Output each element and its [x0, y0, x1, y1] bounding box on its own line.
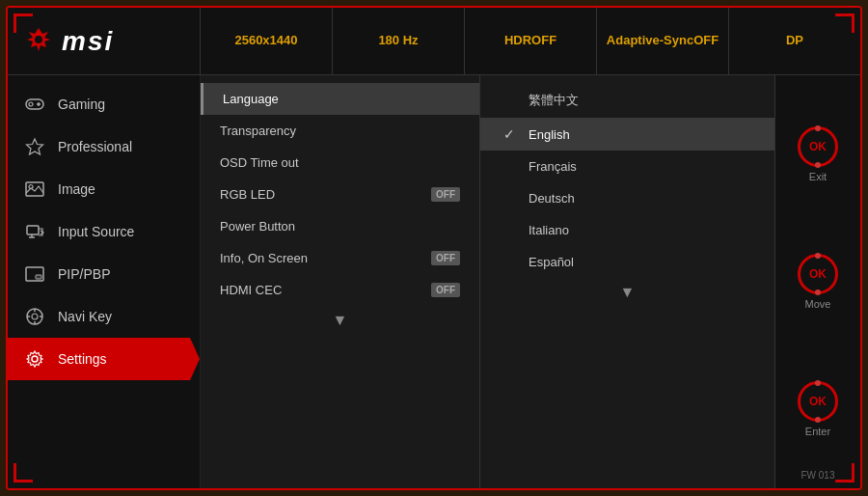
main-content: Gaming Professional Imag: [8, 75, 860, 488]
spanish-label: Español: [529, 255, 574, 269]
english-checkmark: ✓: [503, 126, 519, 142]
menu-item-osd-timeout[interactable]: OSD Time out: [201, 147, 479, 179]
hdr-stat: HDR OFF: [465, 8, 597, 74]
svg-point-20: [32, 356, 38, 362]
msi-logo: msi: [62, 26, 114, 57]
svg-marker-6: [27, 139, 43, 154]
sidebar-input-source-label: Input Source: [58, 224, 134, 239]
center-menu-panel: Language Transparency OSD Time out RGB L…: [201, 75, 480, 488]
sidebar-item-input-source[interactable]: Input Source: [8, 210, 200, 253]
svg-point-15: [32, 314, 38, 319]
navi-icon: [23, 305, 46, 328]
exit-control[interactable]: OK Exit: [798, 126, 838, 182]
corner-accent-tl: [14, 14, 33, 33]
image-icon: [23, 178, 46, 201]
logo-area: msi: [8, 8, 201, 74]
sidebar-gaming-label: Gaming: [58, 96, 105, 112]
lang-item-chinese[interactable]: 繁體中文: [480, 83, 774, 118]
input-icon: [23, 220, 46, 243]
enter-button[interactable]: OK: [798, 381, 838, 422]
lang-item-french[interactable]: Français: [480, 151, 774, 182]
corner-accent-bl: [14, 463, 33, 482]
language-label: Language: [223, 92, 279, 106]
info-on-screen-label: Info, On Screen: [220, 251, 308, 265]
sidebar-item-image[interactable]: Image: [8, 168, 200, 210]
german-label: Deutsch: [529, 191, 575, 206]
enter-label: Enter: [805, 426, 830, 437]
gamepad-icon: [23, 93, 46, 116]
lang-item-english[interactable]: ✓ English: [480, 118, 774, 151]
move-ok-text: OK: [809, 267, 827, 281]
sidebar-navi-key-label: Navi Key: [58, 309, 112, 324]
svg-rect-9: [27, 226, 39, 234]
lang-item-german[interactable]: Deutsch: [480, 182, 774, 214]
sidebar-pip-pbp-label: PIP/PBP: [58, 266, 110, 282]
sidebar-item-pip-pbp[interactable]: PIP/PBP: [8, 253, 200, 295]
language-panel: 繁體中文 ✓ English Français Deutsch Italiano…: [480, 75, 775, 488]
adaptive-sync-label: Adaptive-Sync: [607, 33, 693, 49]
svg-point-1: [35, 36, 42, 43]
sidebar-item-gaming[interactable]: Gaming: [8, 83, 200, 125]
rgb-led-label: RGB LED: [220, 187, 275, 202]
enter-control[interactable]: OK Enter: [798, 381, 838, 437]
corner-accent-br: [835, 463, 854, 482]
svg-rect-13: [36, 275, 41, 279]
star-icon: [23, 135, 46, 158]
power-button-label: Power Button: [220, 219, 295, 234]
move-label: Move: [805, 298, 831, 310]
lang-scroll-down[interactable]: ▼: [480, 278, 774, 307]
center-scroll-down[interactable]: ▼: [201, 306, 479, 335]
lang-item-italian[interactable]: Italiano: [480, 214, 774, 246]
hdmi-cec-label: HDMI CEC: [220, 283, 282, 297]
info-on-screen-toggle[interactable]: OFF: [431, 251, 460, 265]
pip-icon: [23, 262, 46, 286]
french-label: Français: [529, 159, 577, 174]
sidebar-professional-label: Professional: [58, 139, 132, 154]
header-stats: 2560x1440 180 Hz HDR OFF Adaptive-Sync O…: [201, 8, 860, 74]
sidebar-item-navi-key[interactable]: Navi Key: [8, 295, 200, 338]
exit-ok-text: OK: [809, 140, 827, 153]
resolution-stat: 2560x1440: [201, 8, 333, 74]
sidebar: Gaming Professional Imag: [8, 75, 201, 488]
menu-item-hdmi-cec[interactable]: HDMI CEC OFF: [201, 274, 479, 306]
menu-item-transparency[interactable]: Transparency: [201, 115, 479, 147]
header: msi 2560x1440 180 Hz HDR OFF Adaptive-Sy…: [8, 8, 860, 75]
exit-label: Exit: [809, 171, 827, 182]
chinese-label: 繁體中文: [529, 92, 579, 109]
move-button[interactable]: OK: [798, 254, 838, 294]
hdr-value: OFF: [531, 33, 556, 49]
adaptive-sync-value: OFF: [693, 33, 719, 49]
enter-ok-text: OK: [809, 395, 827, 408]
firmware-label: FW 013: [800, 470, 834, 481]
menu-item-rgb-led[interactable]: RGB LED OFF: [201, 179, 479, 210]
sidebar-item-professional[interactable]: Professional: [8, 125, 200, 168]
sidebar-item-settings[interactable]: Settings: [8, 338, 200, 380]
transparency-label: Transparency: [220, 124, 296, 138]
hdr-label: HDR: [504, 33, 531, 49]
lang-item-spanish[interactable]: Español: [480, 246, 774, 278]
hdmi-cec-toggle[interactable]: OFF: [431, 283, 460, 297]
control-panel: OK Exit OK Move OK Enter FW 013: [775, 75, 860, 488]
move-control[interactable]: OK Move: [798, 254, 838, 310]
sidebar-settings-label: Settings: [58, 351, 107, 367]
menu-item-power-button[interactable]: Power Button: [201, 210, 479, 242]
gear-icon: [23, 347, 46, 371]
menu-item-language[interactable]: Language: [201, 83, 479, 115]
exit-button[interactable]: OK: [798, 126, 838, 167]
corner-accent-tr: [835, 14, 854, 33]
svg-point-3: [29, 102, 33, 106]
italian-label: Italiano: [529, 223, 569, 237]
menu-item-info-on-screen[interactable]: Info, On Screen OFF: [201, 242, 479, 274]
adaptive-sync-stat: Adaptive-Sync OFF: [597, 8, 729, 74]
refresh-rate-stat: 180 Hz: [333, 8, 465, 74]
sidebar-image-label: Image: [58, 181, 95, 197]
english-label: English: [529, 127, 570, 142]
rgb-led-toggle[interactable]: OFF: [431, 187, 460, 202]
osd-timeout-label: OSD Time out: [220, 155, 299, 170]
